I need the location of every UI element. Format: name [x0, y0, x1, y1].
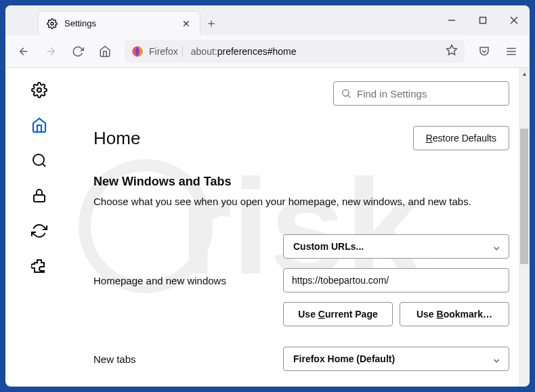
svg-rect-17 [34, 195, 45, 202]
app-menu-button[interactable] [500, 40, 523, 63]
search-settings-box[interactable] [333, 81, 509, 106]
back-button[interactable] [12, 40, 35, 63]
reload-button[interactable] [66, 40, 89, 63]
svg-point-18 [343, 90, 349, 96]
svg-marker-8 [447, 45, 457, 54]
sidebar-privacy-icon[interactable] [29, 186, 49, 206]
svg-point-0 [51, 22, 53, 25]
titlebar: Settings ✕ ＋ [5, 5, 530, 35]
url-bar[interactable]: Firefox about:preferences#home [125, 40, 465, 63]
newtabs-value: Firefox Home (Default) [293, 353, 395, 364]
scrollbar-thumb[interactable] [520, 129, 528, 264]
new-tab-button[interactable]: ＋ [200, 11, 222, 35]
svg-point-14 [37, 88, 41, 92]
sidebar-search-icon[interactable] [29, 150, 49, 171]
home-button[interactable] [93, 40, 116, 63]
homepage-mode-select[interactable]: Custom URLs... ⌵ [283, 234, 509, 259]
tab-title: Settings [64, 18, 174, 28]
urlbar-url: about:preferences#home [191, 46, 440, 57]
settings-sidebar [5, 68, 73, 387]
search-icon [341, 88, 351, 99]
newtabs-label: New tabs [93, 353, 283, 365]
restore-defaults-button[interactable]: Restore Defaults [413, 126, 509, 150]
homepage-url-input[interactable] [283, 268, 509, 292]
svg-rect-2 [480, 18, 486, 24]
bookmark-star-icon[interactable] [446, 44, 458, 59]
search-settings-input[interactable] [357, 88, 502, 100]
page-title: Home [93, 128, 140, 149]
use-bookmark-button[interactable]: Use Bookmark… [400, 302, 509, 326]
sidebar-home-icon[interactable] [29, 115, 49, 135]
content-area: risk Home Restore Defaults New Win [5, 68, 530, 387]
firefox-logo-icon [131, 45, 144, 58]
sidebar-extensions-icon[interactable] [29, 256, 49, 276]
scrollbar-track[interactable]: ▴ [519, 68, 530, 387]
newtabs-select[interactable]: Firefox Home (Default) ⌵ [283, 347, 509, 371]
section-description: Choose what you see when you open your h… [93, 196, 509, 207]
tab-close-icon[interactable]: ✕ [181, 18, 192, 29]
save-to-pocket-button[interactable] [473, 40, 496, 63]
minimize-button[interactable] [436, 5, 467, 35]
homepage-mode-value: Custom URLs... [293, 241, 364, 252]
sidebar-general-icon[interactable] [29, 80, 49, 100]
urlbar-identity-label: Firefox [149, 46, 183, 57]
scrollbar-up-arrow[interactable]: ▴ [519, 68, 530, 79]
maximize-button[interactable] [467, 5, 498, 35]
use-current-page-button[interactable]: Use Current Page [283, 302, 393, 326]
svg-point-15 [33, 154, 44, 165]
section-title: New Windows and Tabs [93, 175, 509, 189]
settings-main: Home Restore Defaults New Windows and Ta… [73, 68, 530, 387]
svg-line-16 [43, 164, 45, 167]
tab-settings[interactable]: Settings ✕ [38, 11, 200, 35]
chevron-down-icon: ⌵ [494, 241, 499, 252]
homepage-label: Homepage and new windows [93, 275, 283, 286]
close-button[interactable] [498, 5, 530, 35]
svg-line-19 [348, 95, 350, 97]
forward-button[interactable] [39, 40, 62, 63]
chevron-down-icon: ⌵ [494, 353, 499, 364]
sidebar-sync-icon[interactable] [29, 221, 49, 241]
toolbar: Firefox about:preferences#home [5, 35, 530, 68]
gear-icon [47, 18, 58, 29]
